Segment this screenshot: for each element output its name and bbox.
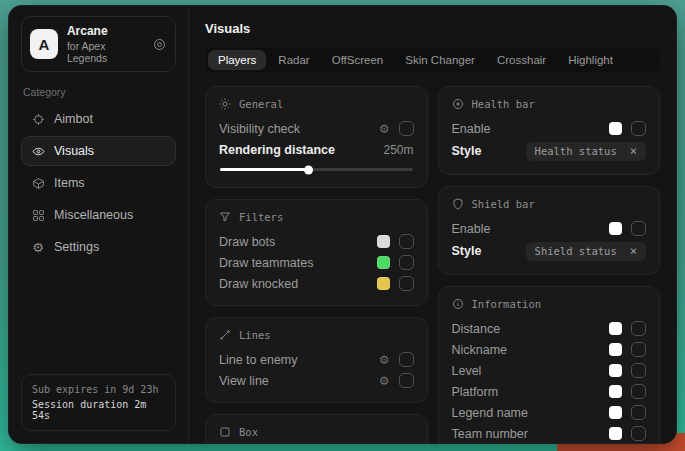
sidebar-item-label: Visuals	[54, 144, 94, 158]
row-health-style: Style Health status ×	[452, 139, 647, 163]
color-swatch[interactable]	[609, 322, 622, 335]
card-lines: Lines Line to enemy ⚙ View line ⚙	[205, 317, 428, 403]
row-label: Draw bots	[219, 235, 275, 249]
color-swatch[interactable]	[609, 385, 622, 398]
app-logo-card: A Arcane for Apex Legends	[21, 16, 176, 72]
nickname-checkbox[interactable]	[631, 342, 646, 357]
close-icon[interactable]: ×	[630, 245, 637, 257]
card-title: Lines	[239, 329, 271, 341]
card-box-header: Box	[219, 426, 414, 438]
draw-knocked-checkbox[interactable]	[399, 276, 414, 291]
card-shield-bar: Shield bar Enable Style Shield status	[438, 186, 661, 275]
color-swatch[interactable]	[609, 122, 622, 135]
settings-columns: General Visibility check ⚙ Rendering dis…	[205, 86, 660, 443]
tab-crosshair[interactable]: Crosshair	[487, 50, 556, 70]
platform-checkbox[interactable]	[631, 384, 646, 399]
health-enable-checkbox[interactable]	[631, 121, 646, 136]
tab-highlight[interactable]: Highlight	[558, 50, 623, 70]
row-distance: Distance	[452, 318, 647, 339]
target-icon[interactable]	[152, 37, 167, 52]
row-label: Nickname	[452, 343, 508, 357]
card-general: General Visibility check ⚙ Rendering dis…	[205, 86, 428, 188]
shield-enable-checkbox[interactable]	[631, 221, 646, 236]
app-title: Arcane	[67, 24, 143, 38]
team-number-checkbox[interactable]	[631, 426, 646, 441]
card-title: Health bar	[472, 98, 535, 110]
color-swatch[interactable]	[377, 256, 390, 269]
sidebar-item-label: Settings	[54, 240, 99, 254]
gear-icon[interactable]: ⚙	[379, 123, 390, 135]
app-window: A Arcane for Apex Legends Category	[8, 5, 677, 444]
app-logo: A	[30, 29, 58, 59]
sidebar-item-label: Aimbot	[54, 112, 93, 126]
row-visibility-check: Visibility check ⚙	[219, 118, 414, 139]
app-subtitle: for Apex Legends	[67, 40, 143, 64]
color-swatch[interactable]	[609, 427, 622, 440]
color-swatch[interactable]	[377, 277, 390, 290]
row-rendering-distance: Rendering distance 250m	[219, 139, 414, 160]
tab-radar[interactable]: Radar	[268, 50, 319, 70]
card-title: Box	[239, 426, 258, 438]
column-right: Health bar Enable Style Health status	[438, 86, 661, 443]
card-information: Information Distance Nickname	[438, 286, 661, 443]
card-information-header: Information	[452, 298, 647, 310]
subscription-info-card: Sub expires in 9d 23h Session duration 2…	[21, 374, 176, 431]
row-label: Style	[452, 244, 482, 258]
shield-style-select[interactable]: Shield status ×	[526, 242, 646, 261]
row-view-line: View line ⚙	[219, 370, 414, 391]
health-icon	[452, 98, 464, 110]
legend-name-checkbox[interactable]	[631, 405, 646, 420]
close-icon[interactable]: ×	[630, 145, 637, 157]
rendering-distance-slider[interactable]	[220, 168, 413, 171]
level-checkbox[interactable]	[631, 363, 646, 378]
sun-icon	[219, 98, 231, 110]
box-icon	[219, 426, 231, 438]
color-swatch[interactable]	[377, 235, 390, 248]
sidebar-nav: Aimbot Visuals Items	[21, 104, 176, 264]
color-swatch[interactable]	[609, 343, 622, 356]
line-to-enemy-checkbox[interactable]	[399, 352, 414, 367]
sidebar-item-aimbot[interactable]: Aimbot	[21, 104, 176, 134]
color-swatch[interactable]	[609, 222, 622, 235]
gear-icon[interactable]: ⚙	[379, 375, 390, 387]
row-label: Draw knocked	[219, 277, 298, 291]
card-title: General	[239, 98, 283, 110]
row-label: Line to enemy	[219, 353, 298, 367]
color-swatch[interactable]	[609, 406, 622, 419]
color-swatch[interactable]	[609, 364, 622, 377]
draw-teammates-checkbox[interactable]	[399, 255, 414, 270]
row-draw-knocked: Draw knocked	[219, 273, 414, 294]
sidebar-item-items[interactable]: Items	[21, 168, 176, 198]
row-label: Rendering distance	[219, 143, 335, 157]
view-line-checkbox[interactable]	[399, 373, 414, 388]
visibility-check-checkbox[interactable]	[399, 121, 414, 136]
draw-bots-checkbox[interactable]	[399, 234, 414, 249]
tab-bar: Players Radar OffScreen Skin Changer Cro…	[205, 47, 660, 73]
tab-players[interactable]: Players	[208, 50, 266, 70]
page-title: Visuals	[205, 21, 660, 36]
card-title: Filters	[239, 211, 283, 223]
info-icon	[452, 298, 464, 310]
card-general-header: General	[219, 98, 414, 110]
sidebar-item-label: Miscellaneous	[54, 208, 133, 222]
card-filters: Filters Draw bots Draw teammates	[205, 199, 428, 306]
slider-thumb[interactable]	[304, 165, 313, 174]
row-draw-teammates: Draw teammates	[219, 252, 414, 273]
rendering-distance-value: 250m	[383, 143, 413, 157]
tab-offscreen[interactable]: OffScreen	[322, 50, 394, 70]
row-label: Draw teammates	[219, 256, 313, 270]
row-nickname: Nickname	[452, 339, 647, 360]
distance-checkbox[interactable]	[631, 321, 646, 336]
shield-icon	[452, 198, 464, 210]
card-health-bar: Health bar Enable Style Health status	[438, 86, 661, 175]
tab-skin-changer[interactable]: Skin Changer	[395, 50, 485, 70]
gear-icon[interactable]: ⚙	[379, 354, 390, 366]
row-shield-style: Style Shield status ×	[452, 239, 647, 263]
row-label: Enable	[452, 222, 491, 236]
sidebar-item-miscellaneous[interactable]: Miscellaneous	[21, 200, 176, 230]
sidebar-item-settings[interactable]: ⚙ Settings	[21, 232, 176, 262]
slider-fill	[220, 168, 309, 171]
sidebar: A Arcane for Apex Legends Category	[9, 6, 189, 443]
health-style-select[interactable]: Health status ×	[526, 142, 646, 161]
sidebar-item-visuals[interactable]: Visuals	[21, 136, 176, 166]
